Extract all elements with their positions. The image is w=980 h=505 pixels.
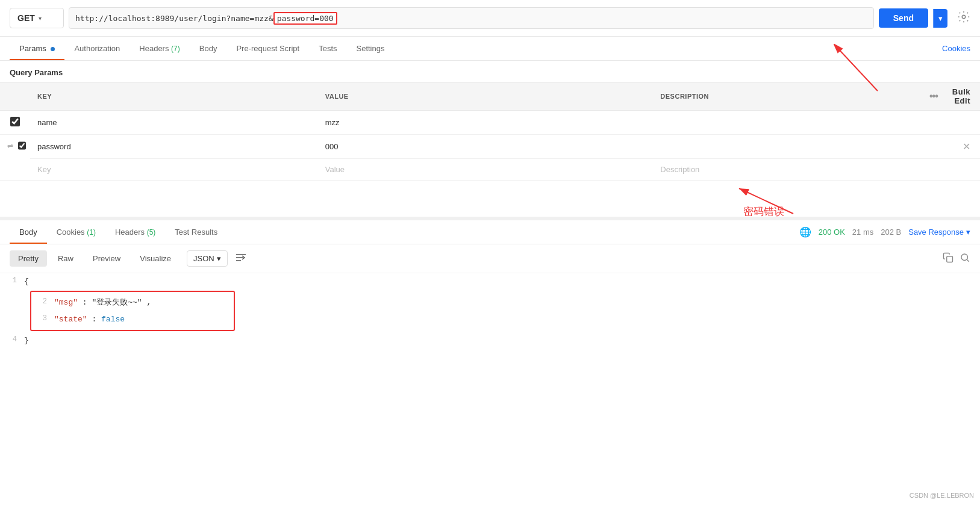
send-button[interactable]: Send — [879, 8, 928, 28]
json-line-3: 3 "state" : false — [36, 311, 229, 327]
response-time: 21 ms — [852, 228, 873, 237]
annotation-wrapper: 密码错误 — [715, 184, 823, 218]
format-bar: Pretty Raw Preview Visualize JSON ▾ — [0, 244, 980, 273]
response-status: 200 OK — [819, 228, 845, 237]
svg-line-3 — [739, 188, 793, 214]
col-header-key: KEY — [30, 82, 318, 111]
globe-icon: 🌐 — [799, 226, 811, 238]
cookies-count-badge: (1) — [87, 228, 96, 237]
col-header-checkbox — [0, 82, 30, 111]
format-visualize-button[interactable]: Visualize — [131, 250, 179, 267]
row1-desc-cell[interactable] — [653, 111, 922, 135]
url-input[interactable]: http://localhost:8989/user/login?name=mz… — [69, 7, 874, 29]
wrap-text-icon[interactable] — [235, 252, 247, 265]
url-bar: GET ▾ http://localhost:8989/user/login?n… — [0, 0, 980, 37]
request-tab-bar: Params Authorization Headers (7) Body Pr… — [0, 37, 980, 61]
tab-pre-request-script[interactable]: Pre-request Script — [226, 37, 309, 60]
response-section: Body Cookies (1) Headers (5) Test Result… — [0, 217, 980, 349]
json-highlighted-block: 2 "msg" : "登录失败~~" , 3 "state" : false — [0, 291, 980, 331]
table-row: name mzz — [0, 111, 980, 135]
url-base-text: http://localhost:8989/user/login?name=mz… — [75, 14, 273, 23]
params-dot — [51, 47, 55, 51]
format-chevron-icon: ▾ — [217, 254, 221, 263]
row1-checkbox-cell[interactable] — [0, 111, 30, 135]
save-response-button[interactable]: Save Response ▾ — [908, 228, 970, 237]
row2-key-cell[interactable]: password — [30, 135, 318, 159]
params-table: KEY VALUE DESCRIPTION ••• Bulk Edit name — [0, 82, 980, 181]
svg-line-9 — [967, 259, 969, 261]
url-highlighted-text: password=000 — [273, 12, 337, 25]
response-size: 202 B — [881, 228, 901, 237]
settings-icon[interactable] — [957, 10, 970, 26]
json-line-1: 1 { — [0, 273, 980, 290]
query-params-header: Query Params — [0, 61, 980, 82]
json-line-4: 4 } — [0, 332, 980, 349]
line-number-1: 1 — [0, 273, 24, 289]
more-options-icon[interactable]: ••• — [929, 91, 938, 101]
response-tab-body[interactable]: Body — [10, 220, 47, 244]
response-tab-cookies[interactable]: Cookies (1) — [47, 220, 105, 244]
row2-checkbox[interactable] — [18, 141, 26, 150]
send-dropdown-button[interactable]: ▾ — [933, 9, 947, 28]
line-content-1: { — [24, 273, 980, 290]
headers-badge: (7) — [171, 45, 180, 53]
row2-delete-icon[interactable]: ✕ — [963, 141, 970, 152]
response-tab-bar: Body Cookies (1) Headers (5) Test Result… — [0, 220, 980, 244]
tab-authorization[interactable]: Authorization — [64, 37, 130, 60]
svg-rect-7 — [947, 256, 953, 262]
line-number-4: 4 — [0, 332, 24, 348]
format-preview-button[interactable]: Preview — [84, 250, 129, 267]
json-body: 1 { 2 "msg" : "登录失败~~" , — [0, 273, 980, 349]
line-number-2: 2 — [36, 294, 54, 310]
empty-desc-placeholder: Description — [660, 165, 699, 174]
response-meta: 🌐 200 OK 21 ms 202 B Save Response ▾ — [799, 226, 970, 238]
empty-value-placeholder: Value — [325, 165, 345, 174]
annotation-area: 密码错误 — [0, 181, 980, 217]
method-selector[interactable]: GET ▾ — [10, 8, 64, 28]
annotation-svg: 密码错误 — [715, 184, 823, 217]
search-icon[interactable] — [960, 252, 970, 265]
row2-desc-cell[interactable] — [653, 135, 922, 159]
table-row: ⇌ password 000 ✕ — [0, 135, 980, 159]
col-header-description: DESCRIPTION — [653, 82, 922, 111]
svg-point-8 — [961, 254, 968, 261]
response-headers-badge: (5) — [147, 228, 156, 237]
format-pretty-button[interactable]: Pretty — [10, 250, 47, 267]
line-number-3: 3 — [36, 311, 54, 327]
tab-headers[interactable]: Headers (7) — [130, 37, 189, 60]
line-content-4: } — [24, 332, 980, 349]
query-params-section: Query Params KEY VALUE DESCRIPTION ••• — [0, 61, 980, 181]
copy-icon[interactable] — [943, 252, 953, 265]
col-header-value: VALUE — [318, 82, 654, 111]
line-content-2: "msg" : "登录失败~~" , — [54, 294, 229, 311]
tab-settings[interactable]: Settings — [347, 37, 395, 60]
annotation-label: 密码错误 — [743, 206, 784, 217]
response-tab-headers[interactable]: Headers (5) — [105, 220, 165, 244]
tab-tests[interactable]: Tests — [309, 37, 346, 60]
bulk-edit-button[interactable]: Bulk Edit — [952, 87, 970, 105]
cookies-link[interactable]: Cookies — [942, 44, 970, 53]
svg-point-0 — [962, 15, 966, 19]
empty-row: Key Value Description — [0, 159, 980, 181]
format-raw-button[interactable]: Raw — [49, 250, 82, 267]
row2-value-cell[interactable]: 000 — [318, 135, 654, 159]
format-type-selector[interactable]: JSON ▾ — [187, 250, 228, 267]
row1-checkbox[interactable] — [10, 117, 20, 126]
row1-key-cell[interactable]: name — [30, 111, 318, 135]
tab-params[interactable]: Params — [10, 37, 64, 60]
tab-body[interactable]: Body — [190, 37, 227, 60]
row2-checkbox-cell[interactable]: ⇌ — [0, 135, 30, 156]
row1-value-cell[interactable]: mzz — [318, 111, 654, 135]
response-tab-test-results[interactable]: Test Results — [165, 220, 227, 244]
method-value: GET — [17, 13, 35, 23]
drag-handle-icon: ⇌ — [7, 141, 13, 150]
json-line-2: 2 "msg" : "登录失败~~" , — [36, 294, 229, 311]
json-toolbar — [943, 252, 970, 265]
method-chevron-icon: ▾ — [39, 15, 42, 22]
line-content-3: "state" : false — [54, 311, 229, 327]
empty-key-placeholder: Key — [37, 165, 51, 174]
